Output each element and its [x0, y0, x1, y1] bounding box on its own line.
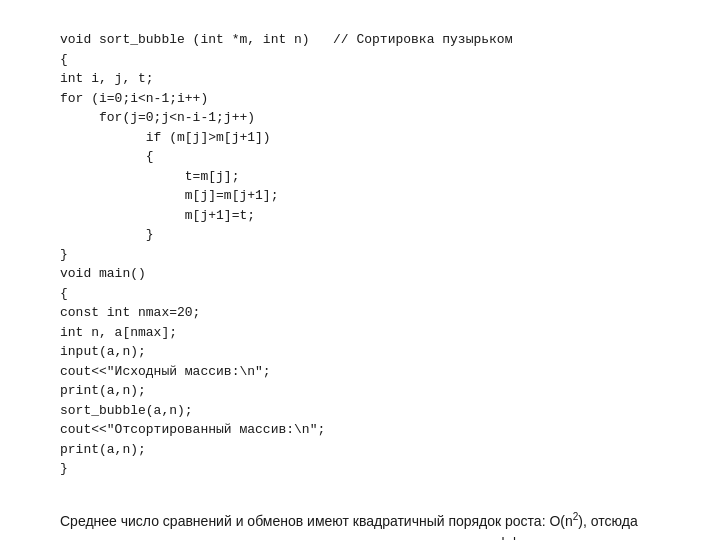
description-base: n — [565, 512, 573, 528]
description-text: Среднее число сравнений и обменов имеют … — [40, 509, 680, 541]
code-block: void sort_bubble (int *m, int n) // Сорт… — [40, 20, 680, 489]
description-before: Среднее число сравнений и обменов имеют … — [60, 512, 565, 528]
